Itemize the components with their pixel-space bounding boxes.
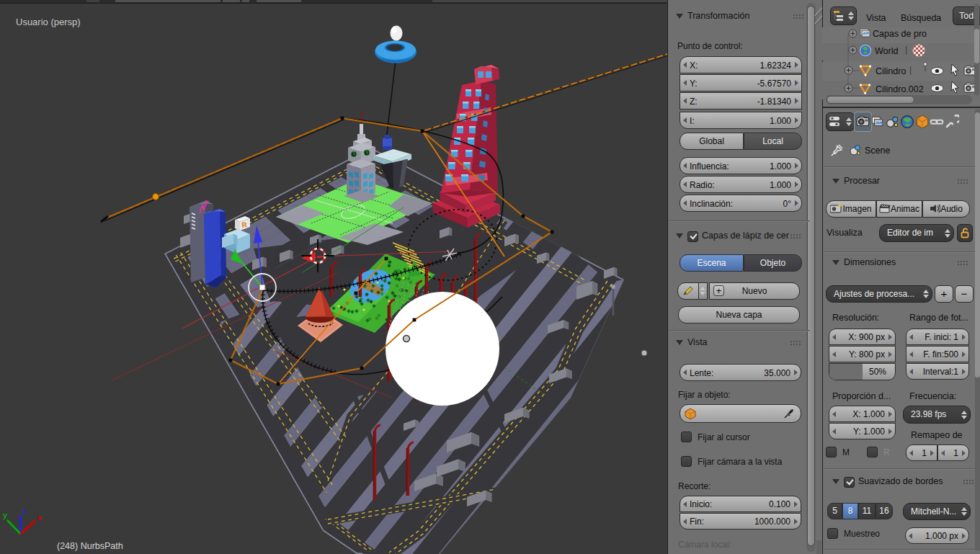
- svg-text:Usuario (persp): Usuario (persp): [16, 17, 81, 27]
- svg-text:z: z: [22, 506, 27, 515]
- svg-text:y: y: [3, 511, 8, 519]
- svg-text:(248) NurbsPath: (248) NurbsPath: [57, 541, 123, 551]
- svg-text:x: x: [37, 513, 43, 522]
